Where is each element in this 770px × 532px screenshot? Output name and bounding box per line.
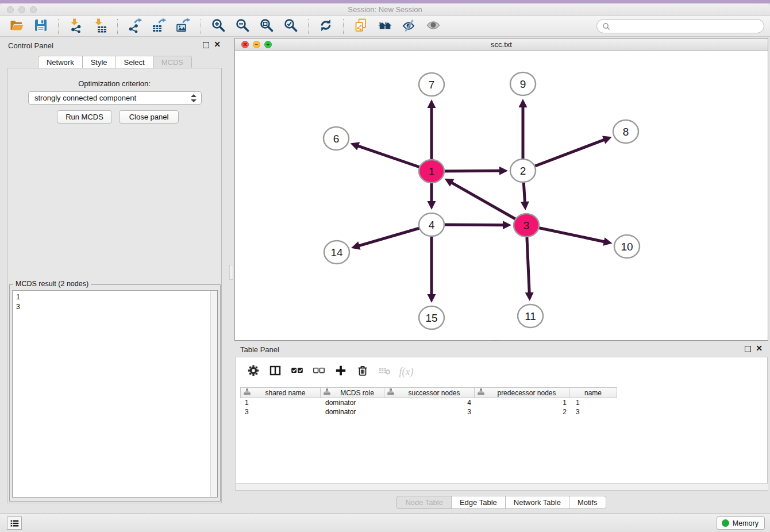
export-network-icon	[128, 18, 143, 35]
cell-successor-nodes[interactable]: 3	[386, 407, 476, 417]
criterion-value: strongly connected component	[34, 94, 136, 102]
zoom-fit-button[interactable]	[255, 17, 279, 36]
mcds-result-text[interactable]: 1 3	[16, 292, 208, 496]
graph-node-label-10: 10	[621, 241, 633, 253]
function-builder-icon: f(x)	[399, 366, 414, 378]
open-session-button[interactable]	[5, 17, 29, 36]
add-column-button[interactable]	[330, 363, 352, 380]
new-network-from-selection-button[interactable]	[349, 17, 373, 36]
cell-shared-name[interactable]: 1	[241, 398, 321, 407]
split-columns-icon	[269, 364, 282, 379]
column-header-predecessor-nodes[interactable]: predecessor nodes	[474, 387, 569, 398]
first-neighbors-button[interactable]	[373, 17, 397, 36]
show-all-button[interactable]	[421, 17, 445, 36]
table-row[interactable]: 3dominator323	[241, 407, 620, 417]
vertical-splitter-handle[interactable]	[229, 265, 233, 280]
graph-node-label-6: 6	[333, 133, 340, 145]
tab-edge-table[interactable]: Edge Table	[451, 496, 506, 509]
network-graph[interactable]: 7968124314101511	[235, 51, 768, 340]
search-input[interactable]	[613, 21, 764, 32]
cell-mcds-role[interactable]: dominator	[321, 407, 386, 417]
hide-selected-icon	[402, 18, 417, 35]
cell-name[interactable]: 3	[572, 407, 620, 417]
table-row[interactable]: 1dominator411	[241, 398, 620, 407]
table-hscrollbar[interactable]	[236, 483, 768, 490]
tab-network-table[interactable]: Network Table	[505, 496, 569, 509]
graph-node-label-9: 9	[520, 78, 526, 90]
tree-icon	[241, 388, 251, 397]
search-field[interactable]	[596, 19, 764, 33]
zoom-selected-button[interactable]	[279, 17, 303, 36]
tab-node-table[interactable]: Node Table	[396, 496, 452, 509]
hide-columns-button[interactable]	[308, 363, 330, 380]
tab-mcds[interactable]: MCDS	[153, 56, 192, 69]
cell-mcds-role[interactable]: dominator	[321, 398, 386, 407]
tab-motifs[interactable]: Motifs	[569, 496, 606, 509]
delete-column-icon	[356, 364, 369, 379]
list-icon	[9, 518, 20, 529]
tree-icon	[321, 388, 330, 397]
save-session-button[interactable]	[29, 17, 53, 36]
criterion-dropdown[interactable]: strongly connected component	[28, 91, 202, 105]
tab-style[interactable]: Style	[82, 56, 116, 69]
control-panel: Control Panel ✕ NetworkStyleSelectMCDS O…	[2, 38, 228, 504]
mcds-result-group: MCDS result (2 nodes) 1 3	[9, 284, 221, 502]
delete-table-icon	[378, 364, 391, 379]
network-window: ✕ − + scc.txt 7968124314101511	[234, 38, 768, 341]
column-header-mcds-role[interactable]: MCDS role	[320, 387, 384, 398]
cell-predecessor-nodes[interactable]: 1	[476, 398, 572, 407]
column-header-shared-name[interactable]: shared name	[240, 387, 321, 398]
graph-node-label-4: 4	[429, 219, 435, 231]
optimization-criterion-label: Optimization criterion:	[7, 79, 221, 88]
column-header-name[interactable]: name	[569, 387, 617, 398]
toolbar-separator	[343, 19, 344, 34]
float-panel-icon[interactable]	[203, 42, 209, 48]
cell-shared-name[interactable]: 3	[241, 407, 321, 417]
tab-network[interactable]: Network	[38, 56, 83, 69]
toolbar-separator	[201, 19, 201, 34]
cell-name[interactable]: 1	[572, 398, 620, 407]
float-table-panel-icon[interactable]	[745, 346, 751, 352]
zoom-in-icon	[211, 18, 226, 35]
graph-node-label-2: 2	[520, 165, 526, 177]
cell-predecessor-nodes[interactable]: 2	[476, 407, 572, 417]
export-table-icon	[152, 18, 167, 35]
graph-node-label-7: 7	[429, 79, 435, 91]
show-columns-icon	[291, 364, 303, 379]
graph-edge-arrow-icon	[428, 201, 436, 210]
tab-select[interactable]: Select	[116, 56, 153, 69]
close-panel-button[interactable]: Close panel	[119, 110, 179, 124]
table-settings-button[interactable]	[242, 363, 264, 380]
result-scrollbar[interactable]	[210, 291, 217, 497]
export-image-button[interactable]	[171, 17, 195, 36]
graph-edge-arrow-icon	[351, 241, 360, 249]
network-window-titlebar[interactable]: ✕ − + scc.txt	[235, 38, 768, 51]
tree-icon	[384, 388, 394, 397]
column-header-successor-nodes[interactable]: successor nodes	[384, 387, 475, 398]
delete-column-button[interactable]	[352, 363, 374, 380]
import-network-button[interactable]	[64, 17, 88, 36]
zoom-out-button[interactable]	[230, 17, 255, 36]
dropdown-stepper-icon	[190, 94, 197, 103]
tree-icon	[475, 388, 484, 397]
task-list-button[interactable]	[7, 516, 22, 530]
hide-selected-button[interactable]	[397, 17, 421, 36]
zoom-in-button[interactable]	[206, 17, 230, 36]
show-all-icon	[426, 18, 441, 35]
run-mcds-button[interactable]: Run MCDS	[57, 110, 112, 124]
export-network-button[interactable]	[123, 17, 147, 36]
import-table-button[interactable]	[88, 17, 112, 36]
close-panel-icon[interactable]: ✕	[214, 40, 221, 49]
refresh-button[interactable]	[314, 17, 338, 36]
close-table-panel-icon[interactable]: ✕	[756, 344, 763, 353]
show-columns-button[interactable]	[286, 363, 308, 380]
zoom-fit-icon	[259, 18, 274, 35]
graph-edge-arrow-icon	[525, 292, 534, 301]
app-title: Session: New Session	[0, 5, 770, 14]
split-columns-button[interactable]	[264, 363, 286, 380]
memory-button[interactable]: Memory	[717, 516, 765, 530]
mcds-result-area[interactable]: 1 3	[12, 290, 218, 498]
cell-successor-nodes[interactable]: 4	[386, 398, 476, 407]
node-table: f(x) shared nameMCDS rolesuccessor nodes…	[235, 357, 768, 491]
export-table-button[interactable]	[147, 17, 171, 36]
